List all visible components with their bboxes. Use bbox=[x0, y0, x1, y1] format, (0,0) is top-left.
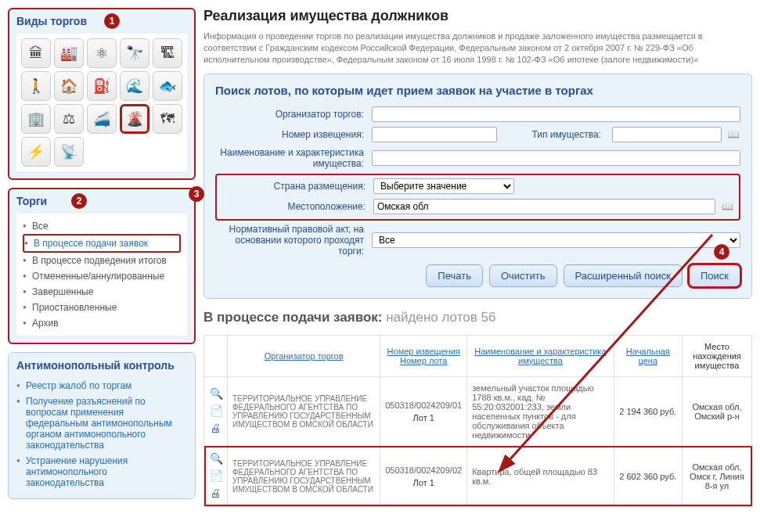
label-organizer: Организатор торгов: bbox=[215, 109, 372, 120]
type-icon[interactable]: 🏛 bbox=[21, 38, 51, 68]
auction-filter-item[interactable]: Отмененные/аннулированные bbox=[23, 268, 181, 284]
cell-desc: земельный участок площадью 1788 кв.м., к… bbox=[467, 376, 614, 446]
type-icon[interactable]: 🔭 bbox=[120, 38, 149, 68]
type-icon[interactable]: 📡 bbox=[54, 137, 84, 167]
auction-filter-item-selected[interactable]: В процессе подачи заявок bbox=[23, 234, 181, 253]
auction-types-grid: 🏛 🏭 ⚛ 🔭 🏗 🚶 🏠 ⛽ 🌊 🐟 🏢 ⚖ 🚄 🌋 🗺 ⚡ 📡 bbox=[16, 34, 187, 171]
anti-link[interactable]: Реестр жалоб по торгам bbox=[16, 378, 187, 394]
callout-2: 2 bbox=[71, 193, 87, 209]
auctions-title: Торги bbox=[16, 195, 187, 207]
magnifier-icon[interactable]: 🔍 bbox=[210, 453, 222, 466]
anti-link[interactable]: Устранение нарушения антимонопольного за… bbox=[16, 453, 187, 491]
book-icon[interactable]: 📖 bbox=[726, 128, 740, 142]
search-title: Поиск лотов, по которым идет прием заяво… bbox=[215, 84, 740, 97]
type-icon[interactable]: 🚶 bbox=[21, 71, 51, 101]
col-tools bbox=[204, 335, 228, 376]
document-icon[interactable]: 📄 bbox=[210, 405, 222, 418]
page-intro: Информация о проведении торгов по реализ… bbox=[204, 31, 752, 66]
type-icon[interactable]: ⚛ bbox=[87, 38, 117, 68]
clear-button[interactable]: Очистить bbox=[489, 264, 557, 287]
print-icon[interactable]: 🖨 bbox=[210, 487, 222, 500]
auction-filter-item[interactable]: Приостановленные bbox=[23, 300, 181, 315]
label-location: Местоположение: bbox=[222, 201, 373, 212]
cell-price: 2 194 360 руб. bbox=[614, 376, 682, 446]
type-icon[interactable]: 🚄 bbox=[87, 104, 117, 134]
antimonopoly-title: Антимонопольный контроль bbox=[16, 359, 187, 372]
magnifier-icon[interactable]: 🔍 bbox=[210, 388, 222, 401]
panel-auctions: 2 Торги Все В процессе подачи заявок В п… bbox=[8, 188, 196, 344]
search-panel: Поиск лотов, по которым идет прием заяво… bbox=[204, 74, 752, 299]
col-desc[interactable]: Наименование и характеристика имущества bbox=[467, 335, 614, 376]
cell-lot: 050318/0024209/01 Лот 1 bbox=[380, 376, 467, 446]
auction-filter-item[interactable]: Все bbox=[23, 218, 181, 234]
auction-types-title: Виды торгов bbox=[16, 15, 187, 27]
cell-lot: 050318/0024209/02 Лот 1 bbox=[380, 446, 467, 506]
col-organizer[interactable]: Организатор торгов bbox=[228, 335, 380, 376]
type-icon[interactable]: 🏗 bbox=[153, 38, 182, 68]
cell-org: ТЕРРИТОРИАЛЬНОЕ УПРАВЛЕНИЕ ФЕДЕРАЛЬНОГО … bbox=[228, 446, 380, 506]
select-country[interactable]: Выберите значение bbox=[373, 178, 514, 194]
type-icon[interactable]: 🏠 bbox=[54, 71, 84, 101]
label-notice: Номер извещения: bbox=[215, 129, 372, 140]
results-table: Организатор торгов Номер извещения Номер… bbox=[204, 335, 752, 507]
cell-org: ТЕРРИТОРИАЛЬНОЕ УПРАВЛЕНИЕ ФЕДЕРАЛЬНОГО … bbox=[228, 376, 380, 446]
type-icon[interactable]: 🐟 bbox=[153, 71, 182, 101]
input-prop-name[interactable] bbox=[372, 150, 740, 166]
results-header: В процессе подачи заявок: найдено лотов … bbox=[204, 310, 752, 325]
type-icon[interactable]: 🏭 bbox=[54, 38, 84, 68]
type-icon[interactable]: ⚡ bbox=[21, 137, 51, 167]
type-icon[interactable]: 🏢 bbox=[21, 104, 51, 134]
cell-desc: Квартира, общей площадью 83 кв.м. bbox=[467, 446, 614, 506]
panel-auction-types: 1 Виды торгов 🏛 🏭 ⚛ 🔭 🏗 🚶 🏠 ⛽ 🌊 🐟 🏢 ⚖ 🚄 … bbox=[8, 8, 196, 180]
auction-filter-item[interactable]: В процессе подведения итогов bbox=[23, 253, 181, 268]
page-title: Реализация имущества должников bbox=[204, 8, 752, 24]
type-icon[interactable]: ⛽ bbox=[87, 71, 117, 101]
col-price[interactable]: Начальная цена bbox=[614, 335, 682, 376]
callout-4: 4 bbox=[714, 244, 729, 260]
type-icon[interactable]: 🗺 bbox=[153, 104, 182, 134]
label-country: Страна размещения: bbox=[222, 181, 373, 192]
type-icon[interactable]: ⚖ bbox=[54, 104, 84, 134]
print-button[interactable]: Печать bbox=[426, 264, 483, 287]
auctions-list: Все В процессе подачи заявок В процессе … bbox=[16, 214, 187, 336]
label-prop-name: Наименование и характеристика имущества: bbox=[215, 147, 372, 169]
panel-antimonopoly: Антимонопольный контроль Реестр жалоб по… bbox=[8, 352, 196, 499]
document-icon[interactable]: 📄 bbox=[210, 470, 222, 483]
type-icon[interactable]: 🌊 bbox=[120, 71, 149, 101]
select-norm[interactable]: Все bbox=[372, 232, 740, 248]
input-prop-type[interactable] bbox=[612, 127, 722, 142]
callout-3: 3 bbox=[189, 186, 204, 202]
callout-1: 1 bbox=[104, 13, 120, 29]
button-row: Печать Очистить Расширенный поиск Поиск … bbox=[215, 264, 740, 287]
cell-price: 2 602 360 руб. bbox=[614, 446, 682, 506]
print-icon[interactable]: 🖨 bbox=[210, 422, 222, 435]
table-row-highlighted[interactable]: 🔍 📄 🖨 ТЕРРИТОРИАЛЬНОЕ УПРАВЛЕНИЕ ФЕДЕРАЛ… bbox=[204, 446, 752, 506]
input-organizer[interactable] bbox=[372, 106, 740, 122]
auction-filter-item[interactable]: Архив bbox=[23, 315, 181, 331]
input-notice[interactable] bbox=[372, 127, 497, 142]
type-icon-selected[interactable]: 🌋 bbox=[120, 104, 149, 134]
label-norm: Нормативный правовой акт, на основании к… bbox=[215, 224, 372, 257]
col-notice-lot[interactable]: Номер извещения Номер лота bbox=[380, 335, 467, 376]
cell-loc: Омская обл, Омск г, Линия 8-я ул bbox=[682, 446, 751, 506]
col-location: Место нахождения имущества bbox=[682, 335, 751, 376]
advanced-button[interactable]: Расширенный поиск bbox=[564, 264, 683, 287]
auction-filter-item[interactable]: Завершенные bbox=[23, 284, 181, 300]
table-row[interactable]: 🔍 📄 🖨 ТЕРРИТОРИАЛЬНОЕ УПРАВЛЕНИЕ ФЕДЕРАЛ… bbox=[204, 376, 752, 446]
book-icon[interactable]: 📖 bbox=[720, 200, 734, 214]
cell-loc: Омская обл, Омский р-н bbox=[682, 376, 751, 446]
anti-link[interactable]: Получение разъяснений по вопросам примен… bbox=[16, 394, 187, 453]
label-prop-type: Тип имущества: bbox=[531, 129, 607, 140]
input-location[interactable] bbox=[373, 199, 715, 214]
search-button[interactable]: Поиск bbox=[689, 264, 740, 287]
highlight-block-3: 3 Страна размещения: Выберите значение М… bbox=[215, 174, 740, 221]
